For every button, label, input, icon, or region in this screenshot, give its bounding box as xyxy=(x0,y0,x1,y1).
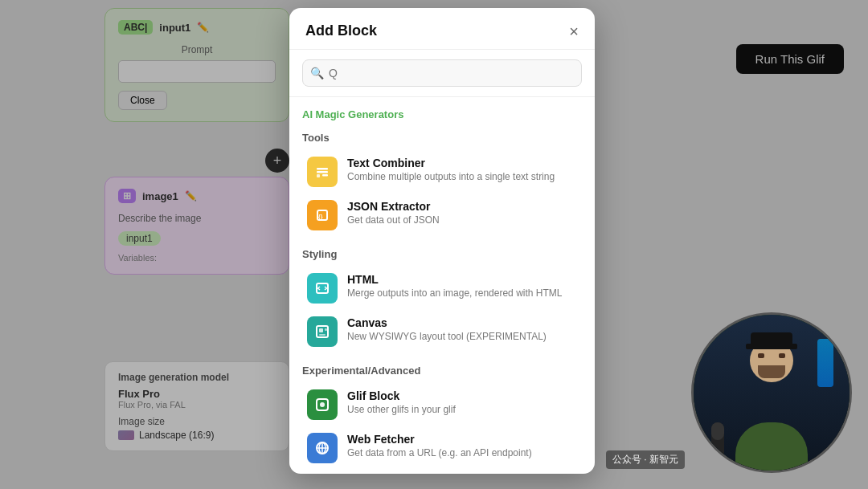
section-experimental: Experimental/Advanced xyxy=(302,365,582,377)
section-styling: Styling xyxy=(302,248,582,260)
html-name: HTML xyxy=(347,273,562,286)
canvas-info: Canvas New WYSIWYG layout tool (EXPERIME… xyxy=(347,316,547,342)
search-wrapper: 🔍 xyxy=(302,59,582,87)
svg-rect-8 xyxy=(319,328,323,332)
block-item-text-combiner[interactable]: Text Combiner Combine multiple outputs i… xyxy=(302,150,582,194)
section-ai-magic: AI Magic Generators xyxy=(302,108,582,120)
block-item-canvas[interactable]: Canvas New WYSIWYG layout tool (EXPERIME… xyxy=(302,310,582,353)
block-item-html[interactable]: HTML Merge outputs into an image, render… xyxy=(302,267,582,310)
canvas-desc: New WYSIWYG layout tool (EXPERIMENTAL) xyxy=(347,331,547,342)
hat-brim xyxy=(746,344,797,349)
text-combiner-icon xyxy=(307,157,338,187)
json-extractor-name: JSON Extractor xyxy=(347,200,440,213)
svg-text:{}: {} xyxy=(318,214,323,220)
glif-block-desc: Use other glifs in your glif xyxy=(347,404,456,415)
wechat-watermark: 公众号 · 新智元 xyxy=(606,450,685,469)
json-extractor-icon: {} xyxy=(307,200,338,230)
mic-head xyxy=(711,422,724,440)
svg-rect-2 xyxy=(322,174,328,177)
html-info: HTML Merge outputs into an image, render… xyxy=(347,273,562,299)
svg-rect-0 xyxy=(317,168,328,170)
canvas-icon xyxy=(307,316,338,347)
svg-point-12 xyxy=(320,402,325,407)
html-desc: Merge outputs into an image, rendered wi… xyxy=(347,287,562,299)
glif-block-icon xyxy=(307,389,338,420)
modal-title: Add Block xyxy=(305,22,377,39)
svg-rect-1 xyxy=(317,171,328,173)
block-item-json-extractor[interactable]: {} JSON Extractor Get data out of JSON xyxy=(302,194,582,237)
modal-close-button[interactable]: × xyxy=(569,23,579,39)
modal-body: AI Magic Generators Tools Text Combiner … xyxy=(289,97,595,474)
text-combiner-name: Text Combiner xyxy=(347,157,555,169)
html-icon xyxy=(307,273,338,304)
block-item-comfyui[interactable]: C ComfyUI Import Comfy workflows for gen… xyxy=(302,470,582,474)
svg-rect-9 xyxy=(325,328,327,331)
section-tools: Tools xyxy=(302,132,582,144)
json-extractor-desc: Get data out of JSON xyxy=(347,214,440,226)
block-item-glif-block[interactable]: Glif Block Use other glifs in your glif xyxy=(302,383,582,426)
block-item-web-fetcher[interactable]: Web Fetcher Get data from a URL (e.g. an… xyxy=(302,426,582,470)
modal-search-section: 🔍 xyxy=(289,50,595,97)
beard xyxy=(758,365,785,378)
glif-block-info: Glif Block Use other glifs in your glif xyxy=(347,389,456,415)
web-fetcher-name: Web Fetcher xyxy=(347,433,532,446)
modal-header: Add Block × xyxy=(289,8,595,50)
right-eye xyxy=(779,353,785,358)
microphone xyxy=(711,422,724,454)
glif-block-name: Glif Block xyxy=(347,389,456,402)
webcam-overlay xyxy=(691,312,852,473)
web-fetcher-info: Web Fetcher Get data from a URL (e.g. an… xyxy=(347,433,532,458)
text-combiner-desc: Combine multiple outputs into a single t… xyxy=(347,171,555,182)
led-light xyxy=(817,339,833,387)
left-eye xyxy=(758,353,764,358)
web-fetcher-icon xyxy=(307,433,338,463)
web-fetcher-desc: Get data from a URL (e.g. an API endpoin… xyxy=(347,447,532,458)
svg-rect-10 xyxy=(319,334,326,336)
search-icon: 🔍 xyxy=(310,67,324,79)
text-combiner-info: Text Combiner Combine multiple outputs i… xyxy=(347,157,555,182)
search-input[interactable] xyxy=(302,59,582,87)
webcam-person xyxy=(694,315,850,471)
add-block-modal: Add Block × 🔍 AI Magic Generators Tools xyxy=(289,8,595,474)
svg-rect-3 xyxy=(317,174,320,177)
canvas-name: Canvas xyxy=(347,316,547,329)
json-extractor-info: JSON Extractor Get data out of JSON xyxy=(347,200,440,226)
